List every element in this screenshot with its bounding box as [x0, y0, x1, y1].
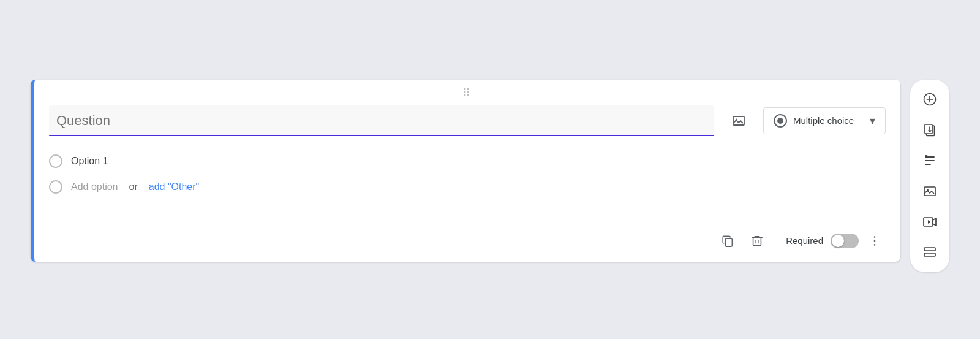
- dropdown-label: Multiple choice: [793, 115, 864, 126]
- drag-dots-icon: ⠿: [462, 86, 472, 99]
- video-icon: [922, 215, 937, 229]
- toggle-thumb: [832, 235, 844, 247]
- question-underline: [49, 135, 714, 136]
- delete-button[interactable]: [744, 227, 771, 254]
- options-area: Option 1 Add option or add "Other": [34, 146, 900, 210]
- radio-inner: [777, 118, 783, 124]
- svg-point-4: [874, 236, 876, 238]
- add-circle-icon: [922, 92, 937, 107]
- option-1-label: Option 1: [71, 156, 108, 167]
- question-input[interactable]: [49, 105, 714, 135]
- svg-rect-3: [753, 237, 761, 245]
- svg-rect-10: [924, 187, 935, 196]
- svg-rect-0: [733, 116, 744, 125]
- required-label: Required: [786, 235, 823, 246]
- add-image-button[interactable]: [915, 177, 944, 206]
- title-icon: T: [922, 153, 937, 168]
- or-label: or: [129, 181, 138, 192]
- required-toggle[interactable]: [831, 234, 859, 248]
- question-input-wrapper: [49, 105, 714, 136]
- question-type-dropdown[interactable]: Multiple choice ▾: [763, 107, 886, 134]
- copy-icon: [721, 234, 734, 248]
- section-icon: [922, 245, 937, 260]
- add-option-row: Add option or add "Other": [49, 174, 886, 200]
- footer-vertical-divider: [778, 231, 778, 251]
- svg-rect-14: [924, 248, 935, 251]
- add-question-button[interactable]: [915, 85, 944, 114]
- add-other-link[interactable]: add "Other": [149, 181, 200, 192]
- more-vert-icon: [868, 234, 881, 248]
- image-sidebar-icon: [922, 184, 937, 199]
- sidebar: T: [910, 80, 949, 272]
- card-footer: Required: [34, 220, 900, 262]
- svg-marker-13: [928, 220, 930, 224]
- footer-divider: [34, 215, 900, 215]
- import-icon: [922, 123, 937, 137]
- drag-handle[interactable]: ⠿: [34, 80, 900, 103]
- add-option-text[interactable]: Add option: [71, 181, 118, 192]
- add-option-radio: [49, 180, 62, 194]
- chevron-down-icon: ▾: [870, 114, 875, 128]
- duplicate-button[interactable]: [714, 227, 741, 254]
- svg-text:T: T: [925, 154, 928, 159]
- svg-rect-2: [725, 238, 732, 246]
- add-video-button[interactable]: [915, 207, 944, 237]
- card-top-section: Multiple choice ▾: [34, 103, 900, 146]
- more-options-button[interactable]: [861, 227, 888, 254]
- add-title-button[interactable]: T: [915, 146, 944, 175]
- toggle-track: [831, 234, 859, 248]
- question-card: ⠿ Multiple choice ▾: [31, 80, 900, 262]
- option-1-radio: [49, 154, 62, 168]
- import-questions-button[interactable]: [915, 115, 944, 145]
- add-section-button[interactable]: [915, 238, 944, 267]
- trash-icon: [750, 234, 764, 248]
- svg-point-6: [874, 244, 876, 246]
- svg-point-5: [874, 240, 876, 242]
- add-image-to-question-button[interactable]: [724, 106, 753, 135]
- svg-rect-8: [925, 124, 932, 134]
- option-1-row: Option 1: [49, 148, 886, 174]
- radio-icon: [774, 114, 787, 128]
- svg-rect-15: [924, 253, 935, 256]
- image-icon: [731, 113, 746, 128]
